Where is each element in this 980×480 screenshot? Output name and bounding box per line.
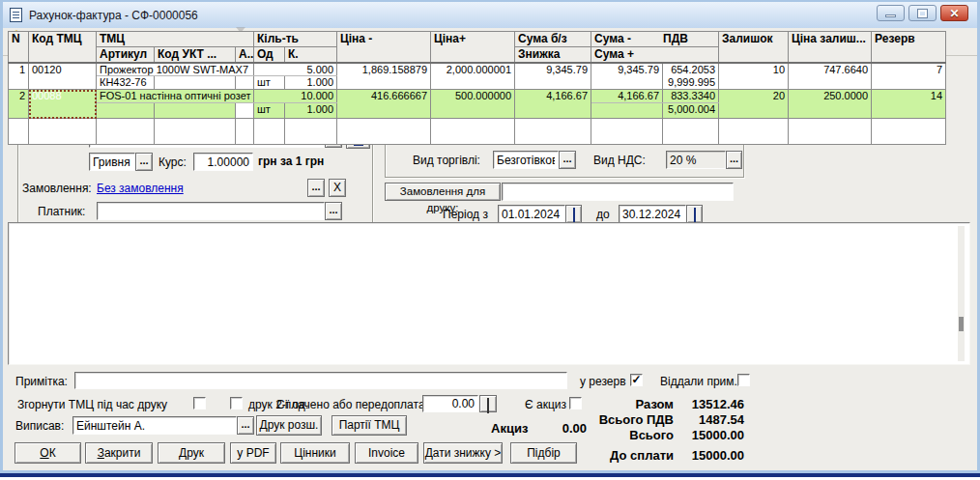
col-price-plus[interactable]: Ціна+ xyxy=(431,32,515,63)
reserve-checkbox[interactable] xyxy=(630,374,643,386)
col-discount[interactable]: Знижка xyxy=(515,47,591,63)
close-window-button[interactable]: Закрити xyxy=(85,442,153,464)
cell-name[interactable]: FOS-01 настінна оптичні розет xyxy=(97,90,254,103)
cell-sum-minus[interactable]: 9,345.79 xyxy=(591,63,663,90)
period-to-calendar-button[interactable] xyxy=(686,205,703,223)
col-sum-vat[interactable]: Сума - ПДВ xyxy=(591,32,719,47)
maximize-button[interactable] xyxy=(908,5,937,21)
pick-button[interactable]: Підбір xyxy=(510,442,577,464)
cell-reserve[interactable]: 7 xyxy=(872,63,946,90)
cell-code[interactable]: 00120 xyxy=(29,63,97,90)
cell-sum-wo[interactable]: 9,345.79 xyxy=(515,63,591,90)
print-extended-button[interactable]: Друк розш. xyxy=(256,415,322,436)
payer-picker-button[interactable]: ... xyxy=(325,202,342,220)
currency-input[interactable] xyxy=(89,153,135,171)
cell-sum-minus-empty[interactable] xyxy=(591,103,663,119)
discount-button[interactable]: Дати знижку > xyxy=(423,442,503,464)
col-stock-price[interactable]: Ціна залиш... xyxy=(789,32,872,63)
cell-price-minus[interactable]: 416.666667 xyxy=(337,90,431,119)
period-to-input[interactable] xyxy=(619,205,686,223)
cell-stock-price[interactable]: 747.6640 xyxy=(789,63,872,90)
price-tags-button[interactable]: Цінники xyxy=(280,442,350,464)
col-stock[interactable]: Залишок xyxy=(719,32,789,63)
cell-a[interactable] xyxy=(236,76,254,90)
table-row[interactable]: 1 00120 Прожектор 1000W SWT-MAX7 5.000 1… xyxy=(9,63,946,76)
print-button[interactable]: Друк xyxy=(158,442,225,464)
payer-input[interactable] xyxy=(97,202,325,220)
period-from-calendar-button[interactable] xyxy=(565,205,582,223)
cell-qty[interactable]: 5.000 xyxy=(254,63,337,76)
title-bar[interactable]: Рахунок-фактура - СФ-0000056 xyxy=(3,2,977,28)
col-k[interactable]: К. xyxy=(285,47,337,63)
order-link[interactable]: Без замовлення xyxy=(97,182,184,195)
cell-unit[interactable]: шт xyxy=(254,76,285,90)
trade-picker-button[interactable]: ... xyxy=(559,151,576,169)
col-artikul[interactable]: Артикул xyxy=(97,47,155,63)
trade-input[interactable] xyxy=(493,151,559,169)
col-unit[interactable]: Од xyxy=(254,47,285,63)
issued-picker-button[interactable]: ... xyxy=(237,416,254,435)
cell-k[interactable]: 1.000 xyxy=(285,103,337,119)
cell-reserve[interactable]: 14 xyxy=(872,90,946,119)
currency-picker-button[interactable]: ... xyxy=(135,153,153,171)
table-scrollbar[interactable] xyxy=(958,226,965,361)
cell-sum-minus[interactable]: 4,166.67 xyxy=(591,90,663,103)
invoice-button[interactable]: Invoice xyxy=(355,442,418,464)
print2-checkbox[interactable] xyxy=(230,397,243,409)
period-from-input[interactable] xyxy=(498,205,565,223)
cell-artikul[interactable]: КН432-76 xyxy=(97,76,155,90)
close-button[interactable]: ✕ xyxy=(940,5,968,21)
gave-note-checkbox[interactable] xyxy=(737,374,750,386)
cell-price-minus[interactable]: 1,869.158879 xyxy=(337,63,431,90)
col-tmc[interactable]: ТМЦ xyxy=(97,32,254,47)
cell-vat[interactable]: 833.3340 xyxy=(663,90,719,103)
batches-button[interactable]: Партії ТМЦ xyxy=(331,415,407,436)
issued-input[interactable] xyxy=(72,416,237,435)
col-code[interactable]: Код ТМЦ xyxy=(29,32,97,63)
cell-ukt[interactable] xyxy=(155,103,236,119)
order-clear-button[interactable]: X xyxy=(329,179,346,197)
empty-row[interactable] xyxy=(9,119,946,145)
cell-qty[interactable]: 10.000 xyxy=(254,90,337,103)
print-order-input[interactable] xyxy=(502,183,734,201)
col-a[interactable]: А.. xyxy=(236,47,254,63)
col-price-minus[interactable]: Ціна - xyxy=(337,32,431,63)
cell-stock[interactable]: 20 xyxy=(719,90,789,119)
minimize-button[interactable] xyxy=(877,5,905,21)
cell-stock-price[interactable]: 250.0000 xyxy=(789,90,872,119)
cell-name[interactable]: Прожектор 1000W SWT-MAX7 xyxy=(97,63,254,76)
cell-sum-wo[interactable]: 4,166.67 xyxy=(515,90,591,119)
scrollbar-thumb[interactable] xyxy=(959,317,964,331)
ok-button[interactable]: ОК xyxy=(14,442,81,464)
rate-input[interactable] xyxy=(193,153,253,171)
print-order-button[interactable]: Замовлення для друку: xyxy=(385,183,501,201)
col-n[interactable]: N xyxy=(9,32,29,63)
cell-vat[interactable]: 654.2053 xyxy=(663,63,719,76)
paid-calculator-button[interactable] xyxy=(479,395,497,412)
col-qty[interactable]: Кіль-ть xyxy=(254,32,337,47)
cell-k[interactable]: 1.000 xyxy=(285,76,337,90)
col-sum-plus[interactable]: Сума + xyxy=(591,47,719,63)
vat-picker-button[interactable]: ... xyxy=(726,151,742,169)
cell-ukt[interactable] xyxy=(155,76,236,90)
col-ukt[interactable]: Код УКТ ... xyxy=(155,47,236,63)
table-row-selected[interactable]: 2 00088 FOS-01 настінна оптичні розет 10… xyxy=(9,90,946,103)
col-reserve[interactable]: Резерв xyxy=(872,32,946,63)
cell-price-plus[interactable]: 500.000000 xyxy=(431,90,515,119)
cell-sum-plus[interactable]: 9,999.995 xyxy=(663,76,719,90)
vat-kind-input[interactable] xyxy=(666,151,726,169)
order-picker-button[interactable]: ... xyxy=(307,179,325,197)
cell-stock[interactable]: 10 xyxy=(719,63,789,90)
cell-price-plus[interactable]: 2,000.000001 xyxy=(431,63,515,90)
cell-n[interactable]: 2 xyxy=(9,90,29,119)
cell-sum-plus[interactable]: 5,000.004 xyxy=(663,103,719,119)
cell-unit[interactable]: шт xyxy=(254,103,285,119)
cell-a[interactable] xyxy=(236,103,254,119)
note-input[interactable] xyxy=(74,372,567,389)
pdf-button[interactable]: у PDF xyxy=(230,442,276,464)
cell-artikul[interactable] xyxy=(97,103,155,119)
collapse-checkbox[interactable] xyxy=(193,397,206,409)
col-sum-wo[interactable]: Сума б/з xyxy=(515,32,591,47)
cell-code-selected[interactable]: 00088 xyxy=(29,90,97,119)
cell-n[interactable]: 1 xyxy=(9,63,29,90)
